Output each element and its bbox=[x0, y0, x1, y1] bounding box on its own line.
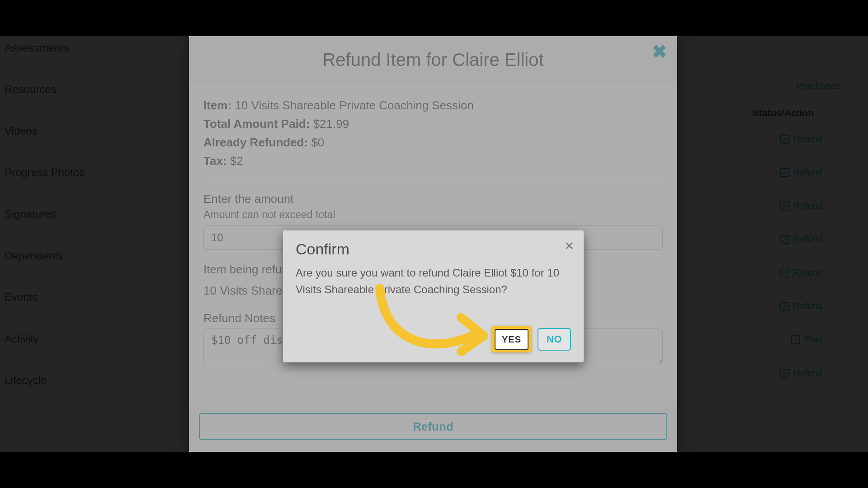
close-icon[interactable]: × bbox=[565, 238, 574, 253]
refund-button[interactable]: Refund bbox=[199, 413, 667, 440]
total-label: Total Amount Paid: bbox=[203, 117, 310, 131]
confirm-message: Are you sure you want to refund Claire E… bbox=[296, 264, 562, 298]
total-line: Total Amount Paid: $21.99 bbox=[203, 117, 663, 131]
item-label: Item: bbox=[203, 99, 231, 112]
amount-sublabel: Amount can not exceed total bbox=[203, 209, 663, 221]
tax-value: $2 bbox=[230, 154, 243, 168]
refunded-value: $0 bbox=[311, 136, 324, 149]
item-line: Item: 10 Visits Shareable Private Coachi… bbox=[203, 99, 663, 113]
divider bbox=[203, 180, 663, 180]
letterbox-top bbox=[0, 0, 868, 36]
modal-title: Refund Item for Claire Elliot bbox=[322, 50, 543, 70]
confirm-actions: YES NO bbox=[492, 326, 571, 352]
app-area: Assessments Resources Videos Progress Ph… bbox=[0, 36, 868, 452]
yes-highlight: YES bbox=[492, 326, 531, 352]
modal-footer: Refund bbox=[189, 403, 677, 452]
refunded-line: Already Refunded: $0 bbox=[203, 136, 663, 150]
total-value: $21.99 bbox=[313, 117, 349, 131]
no-button[interactable]: NO bbox=[538, 328, 571, 351]
tax-line: Tax: $2 bbox=[203, 154, 663, 168]
yes-button[interactable]: YES bbox=[495, 329, 528, 350]
modal-header: Refund Item for Claire Elliot ✖ bbox=[189, 36, 677, 84]
amount-label: Enter the amount bbox=[203, 192, 663, 206]
close-icon[interactable]: ✖ bbox=[652, 42, 667, 61]
item-value: 10 Visits Shareable Private Coaching Ses… bbox=[235, 99, 474, 112]
confirm-title: Confirm bbox=[296, 240, 571, 258]
confirm-dialog: × Confirm Are you sure you want to refun… bbox=[283, 230, 584, 362]
tax-label: Tax: bbox=[203, 154, 227, 168]
letterbox-bottom bbox=[0, 452, 868, 488]
refunded-label: Already Refunded: bbox=[203, 136, 308, 149]
